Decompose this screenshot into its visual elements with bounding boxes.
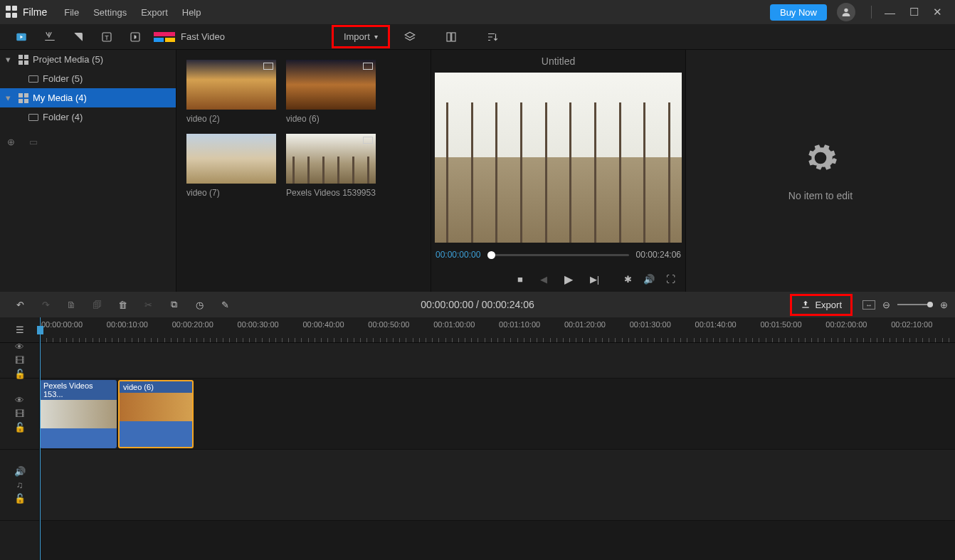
zoom-in-icon[interactable]: ⊕: [940, 300, 948, 310]
paste-icon[interactable]: 🗐: [84, 292, 110, 317]
menu-help[interactable]: Help: [175, 5, 209, 20]
copy-icon[interactable]: 🗎: [58, 292, 84, 317]
film-icon: 🎞: [15, 408, 24, 419]
color-icon[interactable]: ✎: [212, 292, 238, 317]
media-thumb[interactable]: video (7): [186, 134, 276, 198]
grid-view-icon[interactable]: [437, 25, 465, 49]
menu-file[interactable]: File: [57, 5, 86, 20]
media-thumb[interactable]: video (6): [286, 60, 376, 124]
lock-icon[interactable]: 🔓: [14, 369, 26, 379]
timeline-clip[interactable]: Pexels Videos 153...: [40, 380, 117, 448]
clip-label: video (6): [120, 381, 192, 393]
volume-icon[interactable]: 🔊: [643, 274, 655, 285]
snapshot-icon[interactable]: ✱: [624, 274, 632, 285]
media-thumb[interactable]: video (2): [186, 60, 276, 124]
minimize-button[interactable]: —: [877, 2, 902, 23]
tree-label: Folder (4): [43, 112, 83, 122]
folder-icon[interactable]: ▭: [29, 137, 38, 147]
tree-label: Project Media (5): [33, 54, 103, 65]
close-button[interactable]: ✕: [926, 1, 949, 23]
tree-folder-4[interactable]: Folder (4): [0, 107, 176, 127]
thumb-label: video (6): [286, 114, 376, 124]
import-button[interactable]: Import ▾: [332, 25, 390, 48]
import-label: Import: [344, 31, 370, 42]
svg-point-0: [844, 9, 848, 12]
speed-icon[interactable]: ◷: [186, 292, 212, 317]
redo-icon[interactable]: ↷: [33, 292, 58, 317]
zoom-out-icon[interactable]: ⊖: [882, 300, 890, 310]
lock-icon[interactable]: 🔓: [14, 493, 26, 504]
tree-folder-5[interactable]: Folder (5): [0, 69, 176, 88]
buy-now-button[interactable]: Buy Now: [770, 4, 827, 21]
svg-rect-7: [452, 33, 455, 41]
video-badge-icon: [363, 63, 373, 70]
text-icon[interactable]: T: [93, 25, 121, 49]
preview-panel: Untitled 00:00:00:00 00:00:24:06 ■ ◀ ▶ ▶…: [431, 50, 686, 292]
track-row-audio[interactable]: [40, 450, 955, 521]
lock-icon[interactable]: 🔓: [14, 422, 26, 433]
scrub-bar[interactable]: [487, 254, 628, 256]
tree-project-media[interactable]: ▾ Project Media (5): [0, 50, 176, 69]
split-icon[interactable]: ✂: [135, 292, 161, 317]
preview-title: Untitled: [431, 50, 685, 73]
app-name: Filme: [23, 6, 47, 18]
track-head-video2[interactable]: 👁🎞🔓: [0, 379, 39, 450]
music-icon: ♫: [16, 480, 23, 490]
timeline-ruler[interactable]: 00:00:00:0000:00:10:0000:00:20:0000:00:3…: [40, 317, 955, 343]
main-toolbar: T Fast Video Import ▾: [0, 24, 955, 50]
timeline-time-display: 00:00:00:00 / 00:00:24:06: [421, 299, 534, 310]
gear-icon: [803, 140, 838, 176]
tree-label: Folder (5): [43, 73, 83, 84]
tree-my-media[interactable]: ▾ My Media (4): [0, 88, 176, 107]
media-thumb[interactable]: Pexels Videos 1539953: [286, 134, 376, 198]
fast-video-button[interactable]: Fast Video: [154, 31, 225, 42]
playhead[interactable]: [40, 317, 41, 560]
add-folder-icon[interactable]: ⊕: [7, 137, 15, 147]
sort-icon[interactable]: [478, 25, 507, 49]
thumb-label: Pexels Videos 1539953: [286, 188, 376, 198]
next-frame-icon[interactable]: ▶|: [590, 274, 599, 285]
transitions-icon[interactable]: [64, 25, 93, 49]
current-time: 00:00:00:00: [436, 250, 480, 260]
thumb-label: video (7): [186, 188, 276, 198]
track-head-video1[interactable]: 👁🎞🔓: [0, 343, 39, 379]
fit-icon[interactable]: ↔: [862, 300, 875, 310]
tree-label: My Media (4): [33, 93, 87, 103]
project-sidebar: ▾ Project Media (5) Folder (5) ▾ My Medi…: [0, 50, 176, 292]
prev-frame-icon[interactable]: ◀: [540, 274, 547, 285]
duration-time: 00:00:24:06: [636, 250, 681, 260]
effects-icon[interactable]: [36, 25, 64, 49]
audio-icon[interactable]: [121, 25, 149, 49]
media-panel: video (2) video (6) video (7) Pexels Vid…: [176, 50, 431, 292]
timeline-clip-selected[interactable]: video (6): [118, 380, 194, 448]
track-row-video2[interactable]: Pexels Videos 153... video (6): [40, 379, 955, 450]
svg-rect-6: [447, 33, 450, 41]
fullscreen-icon[interactable]: ⛶: [666, 274, 675, 285]
fast-video-label: Fast Video: [181, 31, 225, 42]
delete-icon[interactable]: 🗑: [110, 292, 135, 317]
track-row-video1[interactable]: [40, 343, 955, 379]
track-head-audio[interactable]: 🔊♫🔓: [0, 450, 39, 521]
menu-export[interactable]: Export: [134, 5, 175, 20]
stop-icon[interactable]: ■: [517, 274, 523, 285]
crop-icon[interactable]: ⧉: [161, 292, 186, 317]
no-item-message: No item to edit: [788, 190, 853, 201]
export-icon: [801, 300, 811, 310]
layers-icon[interactable]: [396, 25, 424, 49]
export-button[interactable]: Export: [790, 294, 853, 316]
edit-toolbar: ↶ ↷ 🗎 🗐 🗑 ✂ ⧉ ◷ ✎ 00:00:00:00 / 00:00:24…: [0, 292, 955, 317]
film-icon: 🎞: [15, 355, 24, 366]
timeline-menu-icon[interactable]: ☰: [0, 317, 40, 343]
undo-icon[interactable]: ↶: [7, 292, 33, 317]
maximize-button[interactable]: ☐: [902, 1, 926, 23]
user-avatar-icon[interactable]: [837, 3, 855, 21]
menu-settings[interactable]: Settings: [86, 5, 134, 20]
svg-text:T: T: [105, 33, 109, 41]
media-library-icon[interactable]: [7, 25, 36, 49]
export-label: Export: [815, 300, 842, 310]
zoom-slider[interactable]: [897, 304, 933, 305]
title-bar: Filme File Settings Export Help Buy Now …: [0, 0, 955, 24]
timeline: ☰ 👁🎞🔓 👁🎞🔓 🔊♫🔓 00:00:00:0000:00:10:0000:0…: [0, 317, 955, 560]
play-icon[interactable]: ▶: [564, 273, 573, 286]
preview-viewport[interactable]: [435, 73, 682, 243]
